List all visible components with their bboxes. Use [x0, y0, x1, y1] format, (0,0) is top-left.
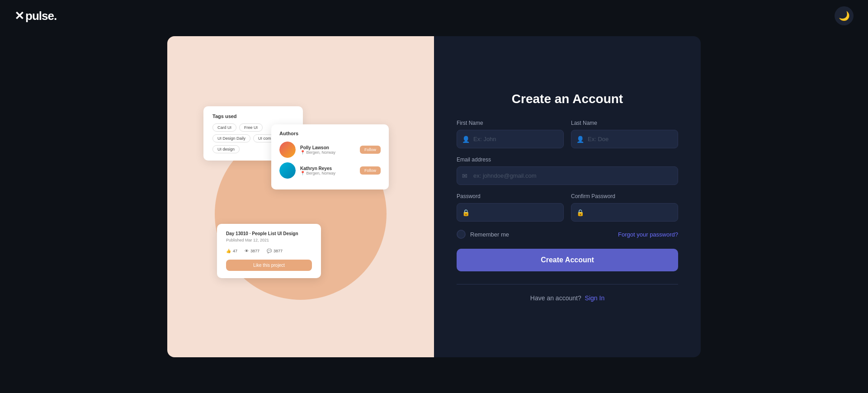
first-name-label: First Name — [457, 120, 564, 126]
comments-count: 3877 — [274, 249, 283, 253]
authors-card-title: Authors — [279, 131, 381, 136]
mock-cards: Tags used Card UI Free UI UI Design Dail… — [190, 84, 411, 310]
likes-stat: 👍 47 — [226, 249, 237, 253]
thumbs-up-icon: 👍 — [226, 249, 231, 253]
last-name-input[interactable] — [571, 130, 678, 148]
remember-row: Remember me Forgot your password? — [457, 230, 678, 239]
email-input-wrapper: ✉ — [457, 166, 678, 185]
project-stats: 👍 47 👁 3877 💬 3877 — [226, 249, 312, 253]
author-row: Kathryn Reyes 📍 Bergen, Norway Follow — [279, 162, 381, 179]
logo-x-letter: ✕ — [14, 9, 24, 23]
confirm-password-input[interactable] — [571, 203, 678, 222]
author-name: Kathryn Reyes — [300, 166, 360, 171]
first-name-input-wrapper: 👤 — [457, 130, 564, 148]
last-name-group: Last Name 👤 — [571, 120, 678, 148]
views-count: 3877 — [250, 249, 259, 253]
card-container: Tags used Card UI Free UI UI Design Dail… — [167, 36, 701, 357]
email-group: Email address ✉ — [457, 156, 678, 185]
email-label: Email address — [457, 156, 678, 163]
create-account-button[interactable]: Create Account — [457, 249, 678, 271]
registration-form: First Name 👤 Last Name 👤 — [457, 120, 678, 302]
confirm-password-input-wrapper: 🔒 — [571, 203, 678, 222]
header: ✕ pulse. 🌙 — [0, 0, 868, 32]
left-panel: Tags used Card UI Free UI UI Design Dail… — [167, 36, 434, 357]
follow-button[interactable]: Follow — [360, 146, 381, 154]
comments-stat: 💬 3877 — [267, 249, 283, 253]
last-name-label: Last Name — [571, 120, 678, 126]
author-row: Polly Lawson 📍 Bergen, Norway Follow — [279, 142, 381, 158]
views-stat: 👁 3877 — [245, 249, 259, 253]
logo: ✕ pulse. — [14, 9, 57, 23]
divider — [457, 284, 678, 284]
last-name-input-wrapper: 👤 — [571, 130, 678, 148]
password-input[interactable] — [457, 203, 564, 222]
form-title: Create an Account — [512, 92, 623, 106]
moon-icon: 🌙 — [839, 10, 850, 21]
remember-me-label: Remember me — [470, 231, 509, 238]
remember-me-checkbox[interactable] — [457, 230, 466, 239]
password-group: Password 🔒 — [457, 193, 564, 222]
project-card: Day 13010 · People List UI Design Publis… — [217, 224, 321, 278]
author-info: Polly Lawson 📍 Bergen, Norway — [300, 145, 360, 155]
eye-icon: 👁 — [245, 249, 249, 253]
confirm-password-label: Confirm Password — [571, 193, 678, 199]
author-location: 📍 Bergen, Norway — [300, 150, 360, 155]
avatar — [279, 142, 296, 158]
have-account-text: Have an account? — [530, 294, 581, 302]
tag-chip: UI design — [212, 145, 240, 153]
password-row: Password 🔒 Confirm Password 🔒 — [457, 193, 678, 222]
name-row: First Name 👤 Last Name 👤 — [457, 120, 678, 148]
avatar — [279, 162, 296, 179]
author-name: Polly Lawson — [300, 145, 360, 150]
likes-count: 47 — [233, 249, 237, 253]
theme-toggle-button[interactable]: 🌙 — [835, 6, 854, 25]
first-name-input[interactable] — [457, 130, 564, 148]
email-row: Email address ✉ — [457, 156, 678, 185]
right-panel: Create an Account First Name 👤 Last Name — [434, 36, 701, 357]
tag-chip: Free UI — [239, 123, 263, 132]
tags-card-title: Tags used — [212, 114, 294, 119]
signin-row: Have an account? Sign In — [457, 294, 678, 302]
tag-chip: Card UI — [212, 123, 236, 132]
sign-in-link[interactable]: Sign In — [585, 294, 605, 302]
tag-chip: UI Design Daily — [212, 134, 250, 142]
author-info: Kathryn Reyes 📍 Bergen, Norway — [300, 166, 360, 175]
first-name-group: First Name 👤 — [457, 120, 564, 148]
project-date: Published Mar 12, 2021 — [226, 238, 312, 242]
project-title: Day 13010 · People List UI Design — [226, 231, 312, 236]
like-project-button[interactable]: Like this project — [226, 260, 312, 271]
authors-card: Authors Polly Lawson 📍 Bergen, Norway Fo… — [271, 124, 389, 189]
comment-icon: 💬 — [267, 249, 272, 253]
main-content: Tags used Card UI Free UI UI Design Dail… — [0, 32, 868, 366]
forgot-password-link[interactable]: Forgot your password? — [618, 231, 678, 238]
follow-button[interactable]: Follow — [360, 166, 381, 175]
email-input[interactable] — [457, 166, 678, 185]
logo-text: pulse. — [25, 9, 57, 23]
remember-left: Remember me — [457, 230, 509, 239]
author-location: 📍 Bergen, Norway — [300, 171, 360, 175]
password-label: Password — [457, 193, 564, 199]
password-input-wrapper: 🔒 — [457, 203, 564, 222]
confirm-password-group: Confirm Password 🔒 — [571, 193, 678, 222]
